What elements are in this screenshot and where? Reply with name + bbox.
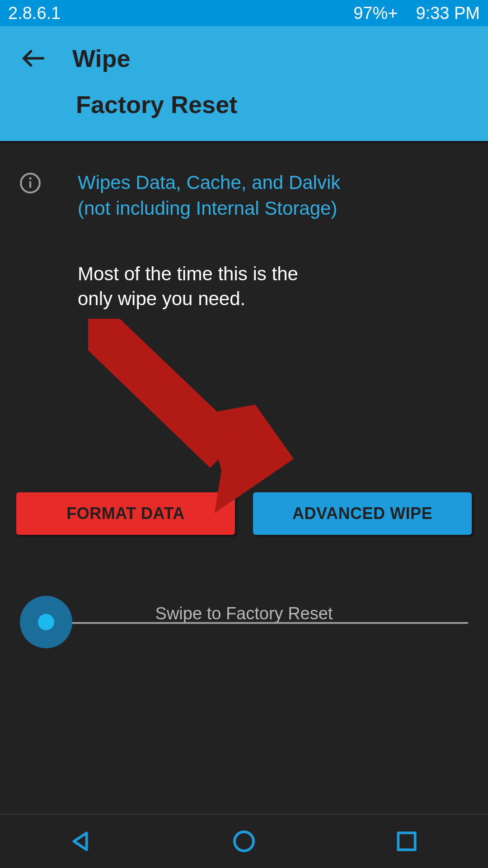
svg-rect-6 (398, 833, 415, 849)
nav-recent-icon[interactable] (394, 829, 419, 854)
annotation-arrow-icon (88, 319, 300, 513)
advanced-wipe-button[interactable]: ADVANCED WIPE (253, 492, 472, 535)
description-text: Most of the time this is the only wipe y… (78, 262, 322, 311)
screen-root: 2.8.6.1 97%+ 9:33 PM Wipe Factory Reset (0, 0, 488, 868)
nav-home-icon[interactable] (231, 829, 257, 854)
swipe-slider[interactable]: Swipe to Factory Reset (0, 596, 488, 650)
page-title: Wipe (72, 44, 131, 72)
svg-point-3 (29, 177, 32, 179)
header: Wipe Factory Reset (0, 26, 488, 143)
time-label: 9:33 PM (416, 4, 480, 23)
page-subtitle: Factory Reset (0, 90, 488, 118)
back-arrow-icon[interactable] (21, 46, 45, 71)
version-label: 2.8.6.1 (8, 4, 61, 23)
status-bar: 2.8.6.1 97%+ 9:33 PM (0, 0, 488, 26)
swipe-thumb[interactable] (20, 596, 72, 648)
battery-label: 97%+ (353, 4, 398, 23)
info-icon (19, 172, 42, 194)
swipe-track (48, 622, 468, 624)
swipe-label: Swipe to Factory Reset (0, 604, 488, 623)
nav-bar (0, 814, 488, 868)
header-top-row: Wipe (0, 26, 488, 90)
info-line1: Wipes Data, Cache, and Dalvik (78, 170, 340, 196)
info-line2: (not including Internal Storage) (78, 196, 340, 222)
format-data-button[interactable]: FORMAT DATA (16, 492, 235, 535)
info-section: Wipes Data, Cache, and Dalvik (not inclu… (0, 143, 488, 221)
info-text: Wipes Data, Cache, and Dalvik (not inclu… (78, 170, 340, 221)
svg-marker-9 (206, 405, 294, 459)
svg-point-5 (235, 832, 253, 851)
nav-back-icon[interactable] (69, 829, 94, 854)
button-row: FORMAT DATA ADVANCED WIPE (0, 492, 488, 535)
svg-marker-4 (74, 833, 87, 849)
svg-marker-7 (88, 319, 242, 468)
